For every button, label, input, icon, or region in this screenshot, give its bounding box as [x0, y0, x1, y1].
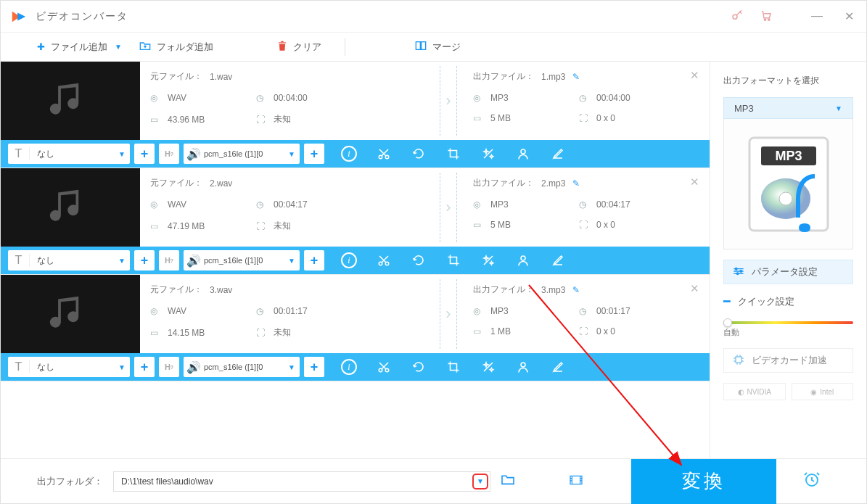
- add-subtitle-button[interactable]: +: [134, 250, 155, 270]
- cart-icon[interactable]: [752, 9, 781, 25]
- source-resolution: 未知: [274, 113, 291, 125]
- subtitle-edit-button[interactable]: [541, 357, 575, 377]
- chevron-down-icon[interactable]: ▼: [114, 150, 130, 158]
- audio-track-selector[interactable]: 🔊 pcm_s16le ([1][0 ▼: [184, 357, 300, 377]
- format-selector[interactable]: MP3 ▼: [723, 97, 853, 119]
- info-button[interactable]: i: [332, 357, 366, 377]
- info-button[interactable]: i: [332, 250, 366, 270]
- add-subtitle-button[interactable]: +: [134, 144, 155, 164]
- crop-button[interactable]: [436, 357, 471, 377]
- subtitle-selector[interactable]: T なし ▼: [8, 357, 130, 377]
- svg-text:MP3: MP3: [775, 149, 802, 163]
- svg-rect-4: [422, 42, 426, 50]
- file-thumbnail[interactable]: [1, 275, 140, 353]
- source-size: 14.15 MB: [168, 328, 205, 338]
- clock-icon: ◷: [579, 93, 591, 103]
- search-subtitle-button[interactable]: H?: [159, 250, 179, 270]
- key-icon[interactable]: [723, 9, 752, 25]
- watermark-button[interactable]: [506, 250, 541, 270]
- expand-icon: ⛶: [579, 326, 591, 336]
- chevron-down-icon[interactable]: ▼: [284, 363, 300, 371]
- minimize-button[interactable]: —: [810, 9, 824, 23]
- watermark-button[interactable]: [506, 357, 541, 377]
- plus-icon: ✚: [37, 41, 45, 52]
- add-folder-button[interactable]: フォルダ追加: [139, 41, 213, 54]
- edit-output-icon[interactable]: ✎: [572, 72, 580, 82]
- app-title: ビデオコンバータ: [36, 10, 128, 23]
- source-info: 元ファイル： 3.wav ◎WAV ◷00:01:17 ▭14.15 MB ⛶未…: [140, 275, 434, 353]
- source-info: 元ファイル： 2.wav ◎WAV ◷00:04:17 ▭47.19 MB ⛶未…: [140, 168, 434, 247]
- rotate-button[interactable]: [401, 357, 436, 377]
- browse-folder-icon[interactable]: [501, 474, 515, 489]
- clear-button[interactable]: クリア: [277, 40, 321, 54]
- file-thumbnail[interactable]: [1, 62, 140, 140]
- chevron-down-icon: ▼: [835, 104, 842, 112]
- trim-button[interactable]: [366, 144, 401, 164]
- search-subtitle-button[interactable]: H?: [159, 357, 179, 377]
- arrow-divider: ›: [434, 168, 463, 247]
- effects-button[interactable]: [471, 357, 506, 377]
- subtitle-value: なし: [30, 361, 114, 373]
- audio-track-selector[interactable]: 🔊 pcm_s16le ([1][0 ▼: [184, 250, 300, 270]
- audio-track-selector[interactable]: 🔊 pcm_s16le ([1][0 ▼: [184, 144, 300, 164]
- merge-button[interactable]: マージ: [415, 41, 461, 54]
- crop-button[interactable]: [436, 250, 471, 270]
- search-subtitle-button[interactable]: H?: [159, 144, 179, 164]
- quality-slider[interactable]: 自動: [723, 321, 853, 338]
- remove-file-button[interactable]: ✕: [690, 175, 699, 189]
- output-info: ✕ 出力ファイル： 1.mp3 ✎ ◎MP3 ◷00:04:00 ▭5 MB ⛶…: [463, 62, 710, 140]
- add-audio-button[interactable]: +: [304, 357, 324, 377]
- chevron-down-icon[interactable]: ▼: [284, 257, 300, 265]
- subtitle-edit-button[interactable]: [541, 250, 575, 270]
- alarm-icon[interactable]: [786, 471, 837, 492]
- output-path-input[interactable]: D:\1\test files\audio\wav ▼: [113, 471, 490, 492]
- add-file-button[interactable]: ✚ ファイル追加: [37, 41, 107, 54]
- trim-button[interactable]: [366, 357, 401, 377]
- add-file-dropdown-icon[interactable]: ▼: [115, 43, 122, 51]
- chevron-down-icon[interactable]: ▼: [114, 257, 130, 265]
- source-format: WAV: [168, 199, 186, 210]
- convert-button[interactable]: 変換: [631, 459, 776, 504]
- trim-button[interactable]: [366, 250, 401, 270]
- effects-button[interactable]: [471, 250, 506, 270]
- output-format: MP3: [490, 306, 509, 316]
- expand-icon: ⛶: [256, 328, 268, 338]
- info-button[interactable]: i: [332, 144, 366, 164]
- source-resolution: 未知: [274, 326, 291, 339]
- edit-output-icon[interactable]: ✎: [572, 285, 580, 295]
- add-audio-button[interactable]: +: [304, 250, 324, 270]
- output-folder-label: 出力フォルダ：: [37, 475, 103, 488]
- speaker-icon: 🔊: [184, 360, 204, 374]
- close-button[interactable]: ✕: [842, 9, 856, 23]
- effects-button[interactable]: [471, 144, 506, 164]
- toolbar-divider: [345, 38, 345, 56]
- output-duration: 00:04:17: [596, 199, 630, 210]
- remove-file-button[interactable]: ✕: [690, 282, 699, 295]
- subtitle-selector[interactable]: T なし ▼: [8, 144, 130, 164]
- rotate-button[interactable]: [401, 250, 436, 270]
- crop-button[interactable]: [436, 144, 471, 164]
- svg-point-20: [735, 268, 737, 270]
- output-format: MP3: [490, 93, 509, 103]
- convert-label: 変換: [682, 468, 726, 494]
- add-subtitle-button[interactable]: +: [134, 357, 155, 377]
- parameter-settings-button[interactable]: パラメータ設定: [723, 260, 853, 284]
- chevron-down-icon[interactable]: ▼: [284, 150, 300, 158]
- subtitle-edit-button[interactable]: [541, 144, 575, 164]
- chevron-down-icon[interactable]: ▼: [114, 363, 130, 371]
- source-duration: 00:04:00: [274, 93, 308, 103]
- add-audio-button[interactable]: +: [304, 144, 324, 164]
- watermark-button[interactable]: [506, 144, 541, 164]
- rotate-button[interactable]: [401, 144, 436, 164]
- path-dropdown-icon[interactable]: ▼: [472, 474, 488, 489]
- gpu-accel-button[interactable]: ビデオカード加速: [723, 348, 853, 373]
- edit-output-icon[interactable]: ✎: [572, 178, 580, 189]
- file-thumbnail[interactable]: [1, 168, 140, 247]
- collapse-icon[interactable]: ━: [723, 294, 731, 308]
- arrow-divider: ›: [434, 275, 463, 353]
- remove-file-button[interactable]: ✕: [690, 69, 699, 82]
- film-icon[interactable]: [569, 474, 583, 489]
- gpu-vendor-row: ◐NVIDIA ◉Intel: [723, 383, 853, 400]
- subtitle-selector[interactable]: T なし ▼: [8, 250, 130, 270]
- source-file-label: 元ファイル：: [150, 177, 202, 189]
